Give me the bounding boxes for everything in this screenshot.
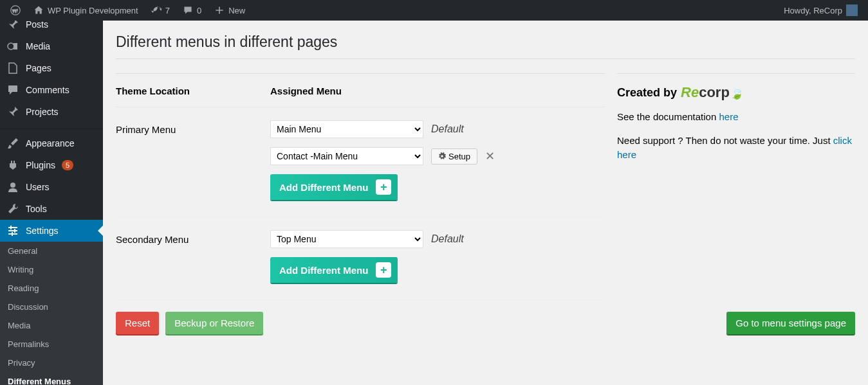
main-layout: Theme Location Assigned Menu Primary Men… [116,73,855,300]
menu-users[interactable]: Users [0,176,103,198]
locations-table: Theme Location Assigned Menu Primary Men… [116,74,605,300]
sub-permalinks[interactable]: Permalinks [0,335,103,354]
sub-general[interactable]: General [0,242,103,260]
default-menu-select[interactable]: Top Menu [270,230,423,248]
menu-projects-label: Projects [26,107,59,117]
svg-rect-8 [12,232,13,236]
howdy-text: Howdy, ReCorp [784,6,842,15]
plugin-count-badge: 5 [62,160,73,170]
menu-settings[interactable]: Settings [0,220,103,242]
wordpress-icon [10,5,21,15]
location-controls: Top MenuDefaultAdd Different Menu+ [270,217,605,300]
plugin-icon [6,159,19,172]
menu-tools[interactable]: Tools [0,198,103,220]
created-by-label: Created by [617,86,677,100]
plus-icon: + [376,179,391,195]
location-name: Secondary Menu [116,217,270,300]
howdy-link[interactable]: Howdy, ReCorp [779,0,863,21]
plus-icon: + [376,262,391,278]
menu-pages[interactable]: Pages [0,57,103,79]
avatar [846,4,858,16]
add-btn-label: Add Different Menu [279,265,368,276]
menu-users-label: Users [26,182,50,192]
wp-logo[interactable] [5,0,26,21]
menu-media[interactable]: Media [0,35,103,57]
menu-plugins[interactable]: Plugins 5 [0,154,103,176]
pages-icon [6,62,19,75]
page-wrap: Different menus in different pages Theme… [103,21,868,385]
svg-rect-3 [8,227,17,228]
reset-button[interactable]: Reset [116,312,159,334]
menu-pages-label: Pages [26,63,51,73]
sub-writing[interactable]: Writing [0,260,103,279]
backup-restore-button[interactable]: Beckup or Restore [165,312,263,334]
sub-discussion[interactable]: Discussion [0,298,103,316]
default-menu-select[interactable]: Main Menu [270,120,423,138]
svg-point-1 [8,43,14,49]
location-row: Primary MenuMain MenuDefaultContact -Mai… [116,107,605,217]
extra-menu-select[interactable]: Contact -Main Menu [270,147,423,165]
settings-icon [6,224,19,237]
footer-actions: Reset Beckup or Restore Go to menu setti… [116,312,855,334]
updates-link[interactable]: 7 [146,0,175,21]
user-icon [6,181,19,193]
adminbar-right: Howdy, ReCorp [779,0,863,21]
plus-icon [214,5,225,15]
new-link[interactable]: New [209,0,250,21]
sub-different-menus[interactable]: Different Menus [0,372,103,385]
menu-comments-label: Comments [26,85,69,95]
default-label: Default [431,233,464,245]
comments-link[interactable]: 0 [178,0,207,21]
doc-pre: See the documentation [617,111,719,122]
wrench-icon [6,202,19,215]
extra-menu-row: Contact -Main MenuSetup✕ [270,147,605,165]
goto-menu-settings-button[interactable]: Go to menu settings page [726,312,855,334]
svg-point-2 [10,183,15,188]
menu-plugins-label: Plugins [26,160,55,170]
comment-icon [183,5,193,15]
location-name: Primary Menu [116,107,270,217]
support-pre: Need support ? Then do not waste your ti… [617,135,833,146]
menu-posts-label: Posts [26,21,48,30]
sub-media[interactable]: Media [0,316,103,335]
doc-line: See the documentation here [617,110,855,125]
brand-logo: Recorp🍃 [681,84,744,101]
new-label: New [228,6,245,15]
default-label: Default [431,123,464,135]
menu-posts[interactable]: Posts [0,21,103,35]
sub-reading[interactable]: Reading [0,279,103,298]
menu-settings-label: Settings [26,226,59,236]
updates-count: 7 [165,6,170,15]
menu-projects[interactable]: Projects [0,101,103,123]
th-theme-location: Theme Location [116,74,270,107]
gear-icon [438,152,446,160]
site-name: WP Plugin Development [48,6,138,15]
support-line: Need support ? Then do not waste your ti… [617,134,855,163]
svg-rect-6 [10,226,12,229]
home-icon [33,5,44,15]
created-by-heading: Created by Recorp🍃 [617,84,855,101]
menu-appearance[interactable]: Appearance [0,132,103,154]
main-column: Theme Location Assigned Menu Primary Men… [116,73,605,300]
brush-icon [6,137,19,150]
media-icon [6,40,19,53]
admin-menu: Posts Media Pages Comments Projects Appe… [0,21,103,385]
update-icon [151,5,162,15]
svg-rect-7 [14,229,15,233]
menu-comments[interactable]: Comments [0,79,103,101]
add-different-menu-button[interactable]: Add Different Menu+ [270,257,398,283]
menu-media-label: Media [26,41,50,51]
remove-icon[interactable]: ✕ [485,149,495,163]
sub-privacy[interactable]: Privacy [0,354,103,372]
doc-link[interactable]: here [719,111,738,122]
comments-count: 0 [197,6,201,15]
pin-icon [6,105,19,118]
site-home-link[interactable]: WP Plugin Development [28,0,143,21]
menu-appearance-label: Appearance [26,138,75,148]
setup-button[interactable]: Setup [431,148,477,165]
svg-rect-4 [8,230,17,231]
settings-submenu: General Writing Reading Discussion Media… [0,242,103,385]
add-different-menu-button[interactable]: Add Different Menu+ [270,174,398,200]
wp-admin-bar: WP Plugin Development 7 0 New Howdy, ReC… [0,0,868,21]
pin-icon [6,21,19,31]
